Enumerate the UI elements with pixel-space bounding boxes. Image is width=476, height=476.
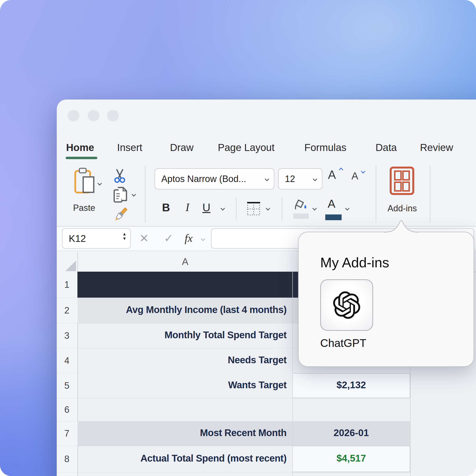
add-ins-icon[interactable] xyxy=(390,166,414,195)
select-all-triangle-icon xyxy=(65,261,76,271)
ribbon-divider xyxy=(236,197,237,220)
font-name-chevron-icon[interactable] xyxy=(265,177,269,181)
cell-a4-label[interactable]: Needs Target xyxy=(77,355,287,365)
popover-arrow xyxy=(383,218,419,233)
cell-a5-label[interactable]: Wants Target xyxy=(77,380,287,391)
cancel-x-icon[interactable]: ✕ xyxy=(139,227,149,249)
fill-color-bucket-icon[interactable] xyxy=(293,198,308,213)
underline-button[interactable]: U xyxy=(203,201,210,214)
copy-icon[interactable] xyxy=(113,186,128,203)
row-header-3[interactable]: 3 xyxy=(57,323,77,348)
tab-home[interactable]: Home xyxy=(66,142,94,153)
tab-draw[interactable]: Draw xyxy=(170,142,193,153)
tab-data[interactable]: Data xyxy=(375,142,397,153)
decrease-font-letter: A xyxy=(352,170,358,182)
gridline-a-b xyxy=(292,272,293,476)
gridline xyxy=(77,398,410,398)
ribbon: Paste xyxy=(57,164,476,226)
select-all-corner[interactable] xyxy=(57,252,78,272)
paste-button[interactable]: Paste xyxy=(65,203,103,213)
paste-dropdown-chevron-icon[interactable] xyxy=(97,181,102,185)
my-add-ins-popover: My Add-ins ChatGPT xyxy=(298,232,474,367)
increase-font-letter: A xyxy=(328,168,336,182)
fill-color-chevron-icon[interactable] xyxy=(312,206,317,210)
decrease-font-size-button[interactable]: A xyxy=(352,170,358,182)
increase-font-size-button[interactable]: A xyxy=(328,168,336,182)
cell-b8-value[interactable]: $4,517 xyxy=(292,453,410,464)
traffic-light-close[interactable] xyxy=(68,110,79,121)
tab-review[interactable]: Review xyxy=(420,142,453,153)
borders-icon[interactable] xyxy=(246,201,261,216)
row-header-7[interactable]: 7 xyxy=(57,421,77,446)
underline-chevron-icon[interactable] xyxy=(221,206,225,210)
cell-a8-label[interactable]: Actual Total Spend (most recent) xyxy=(77,453,287,464)
font-name-value: Aptos Narrow (Bod... xyxy=(155,174,265,184)
fx-chevron-icon xyxy=(201,237,205,241)
font-size-chevron-icon[interactable] xyxy=(313,177,317,181)
cell-b5-value[interactable]: $2,132 xyxy=(292,380,410,391)
row-header-8[interactable]: 8 xyxy=(57,446,77,472)
row-header-5[interactable]: 5 xyxy=(57,373,77,398)
chatgpt-add-in-tile[interactable] xyxy=(320,279,373,331)
font-size-value: 12 xyxy=(279,174,313,184)
row-header-4[interactable]: 4 xyxy=(57,348,77,373)
row-header-1[interactable]: 1 xyxy=(57,272,77,298)
decrease-font-caret-icon xyxy=(361,169,365,173)
font-color-chevron-icon[interactable] xyxy=(345,206,349,210)
ribbon-divider xyxy=(282,197,282,220)
add-ins-button[interactable]: Add-ins xyxy=(383,203,422,213)
ribbon-divider xyxy=(376,166,376,223)
row-header-2[interactable]: 2 xyxy=(57,298,77,323)
cut-scissors-icon[interactable] xyxy=(112,169,127,184)
name-box-spinner[interactable]: ▲▼ xyxy=(122,232,126,241)
borders-chevron-icon[interactable] xyxy=(266,206,270,210)
font-color-button[interactable]: A xyxy=(328,197,335,210)
increase-font-caret-icon xyxy=(339,168,343,172)
desktop-background: Home Insert Draw Page Layout Formulas Da… xyxy=(0,0,476,476)
name-box[interactable]: K12 ▲▼ xyxy=(62,228,131,249)
cell-b7-value[interactable]: 2026-01 xyxy=(292,427,410,438)
tab-formulas[interactable]: Formulas xyxy=(304,142,346,153)
format-painter-icon[interactable] xyxy=(112,206,129,224)
ribbon-divider xyxy=(145,166,145,223)
paste-clipboard-icon[interactable] xyxy=(74,167,96,194)
tab-page-layout[interactable]: Page Layout xyxy=(218,142,274,153)
fill-color-swatch[interactable] xyxy=(293,213,309,219)
font-size-combobox[interactable]: 12 xyxy=(278,168,322,189)
active-tab-indicator xyxy=(66,157,97,159)
gridline xyxy=(77,472,410,472)
popover-title: My Add-ins xyxy=(320,254,389,271)
copy-dropdown-chevron-icon[interactable] xyxy=(132,192,136,196)
bold-button[interactable]: B xyxy=(162,201,170,214)
insert-function-fx-button[interactable]: fx xyxy=(185,227,193,249)
ribbon-divider xyxy=(430,166,430,223)
cell-a7-label[interactable]: Most Recent Month xyxy=(77,427,287,438)
font-name-combobox[interactable]: Aptos Narrow (Bod... xyxy=(154,168,274,189)
cell-a3-label[interactable]: Monthly Total Spend Target xyxy=(77,330,287,340)
traffic-light-zoom[interactable] xyxy=(107,110,119,121)
cell-a2-label[interactable]: Avg Monthly Income (last 4 months) xyxy=(77,304,287,315)
cell-reference: K12 xyxy=(69,229,86,248)
enter-check-icon[interactable]: ✓ xyxy=(164,227,173,249)
chatgpt-add-in-label: ChatGPT xyxy=(320,337,366,350)
font-color-swatch[interactable] xyxy=(325,214,342,220)
tab-insert[interactable]: Insert xyxy=(117,142,142,153)
row-header-6[interactable]: 6 xyxy=(57,398,77,422)
openai-logo-icon xyxy=(333,291,360,319)
italic-button[interactable]: I xyxy=(186,201,189,214)
traffic-light-minimize[interactable] xyxy=(88,110,99,121)
column-header-a[interactable]: A xyxy=(78,252,292,272)
